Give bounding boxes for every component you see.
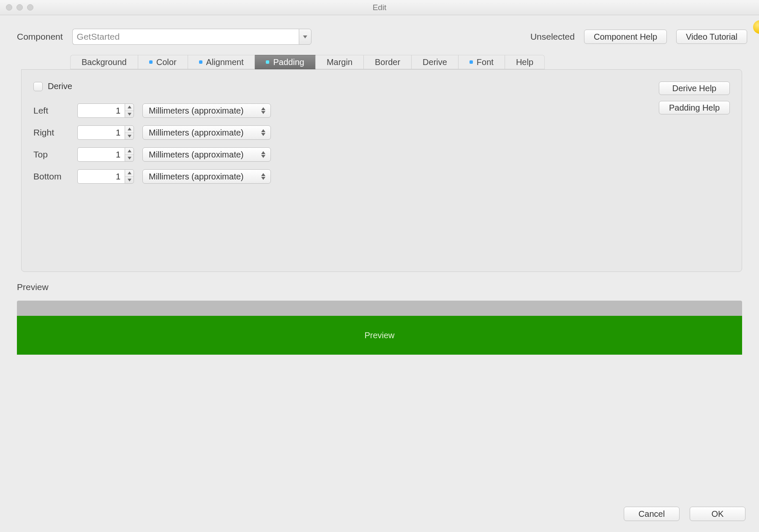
state-label: Unselected [530, 32, 575, 42]
padding-right-spinner[interactable] [77, 125, 135, 140]
select-value: Millimeters (approximate) [149, 106, 244, 116]
modified-dot-icon [149, 60, 153, 64]
spinner-steps [125, 125, 134, 140]
svg-marker-0 [303, 35, 307, 38]
svg-marker-16 [261, 177, 265, 180]
padding-top-unit-select[interactable]: Millimeters (approximate) [142, 147, 271, 162]
padding-left-unit-select[interactable]: Millimeters (approximate) [142, 103, 271, 118]
select-arrows-icon [261, 151, 265, 158]
padding-right-label: Right [33, 128, 70, 138]
derive-help-button[interactable]: Derive Help [659, 81, 730, 95]
chevron-up-icon [128, 128, 131, 130]
derive-row: Derive [33, 81, 271, 91]
select-arrows-icon [261, 129, 265, 136]
spinner-down-button[interactable] [125, 111, 134, 118]
titlebar: Edit [0, 0, 759, 15]
tab-alignment[interactable]: Alignment [188, 55, 255, 69]
preview-section-label: Preview [17, 282, 742, 292]
padding-bottom-row: BottomMillimeters (approximate) [33, 168, 271, 185]
tab-color[interactable]: Color [138, 55, 188, 69]
chevron-down-icon [128, 157, 131, 160]
ok-button[interactable]: OK [690, 507, 745, 521]
padding-bottom-spinner[interactable] [77, 169, 135, 184]
tab-label: Background [82, 57, 127, 67]
svg-marker-2 [128, 113, 131, 115]
padding-bottom-input[interactable] [77, 169, 125, 184]
padding-top-label: Top [33, 149, 70, 160]
svg-marker-3 [261, 107, 265, 110]
component-input[interactable] [72, 29, 299, 45]
tab-label: Margin [327, 57, 352, 67]
spinner-steps [125, 147, 134, 162]
chevron-down-icon [128, 113, 131, 116]
tab-margin[interactable]: Margin [316, 55, 364, 69]
video-tutorial-button[interactable]: Video Tutorial [676, 30, 747, 44]
svg-marker-9 [128, 150, 131, 152]
padding-right-input[interactable] [77, 125, 125, 140]
svg-marker-8 [261, 133, 265, 136]
modified-dot-icon [199, 60, 202, 64]
padding-left-spinner[interactable] [77, 103, 135, 118]
modified-dot-icon [470, 60, 473, 64]
svg-marker-14 [128, 179, 131, 181]
svg-marker-10 [128, 157, 131, 159]
select-value: Millimeters (approximate) [149, 172, 244, 182]
derive-label: Derive [48, 81, 72, 91]
component-combobox[interactable] [72, 29, 311, 45]
tabstrip: BackgroundColorAlignmentPaddingMarginBor… [70, 55, 708, 69]
svg-marker-4 [261, 111, 265, 114]
spinner-down-button[interactable] [125, 155, 134, 162]
window-controls [6, 4, 33, 11]
padding-help-button[interactable]: Padding Help [659, 101, 730, 114]
tab-border[interactable]: Border [364, 55, 412, 69]
padding-bottom-unit-select[interactable]: Millimeters (approximate) [142, 169, 271, 184]
derive-checkbox[interactable] [33, 82, 43, 91]
select-value: Millimeters (approximate) [149, 128, 244, 138]
svg-marker-13 [128, 172, 131, 174]
window-title: Edit [0, 0, 759, 15]
spinner-up-button[interactable] [125, 126, 134, 133]
traffic-light-zoom-icon[interactable] [27, 4, 33, 11]
tab-font[interactable]: Font [459, 55, 505, 69]
chevron-up-icon [128, 106, 131, 109]
padding-right-unit-select[interactable]: Millimeters (approximate) [142, 125, 271, 140]
traffic-light-minimize-icon[interactable] [16, 4, 23, 11]
spinner-up-button[interactable] [125, 104, 134, 111]
spinner-down-button[interactable] [125, 177, 134, 184]
spinner-up-button[interactable] [125, 148, 134, 155]
tab-label: Padding [273, 57, 304, 67]
padding-right-row: RightMillimeters (approximate) [33, 124, 271, 141]
tab-label: Font [477, 57, 494, 67]
padding-top-row: TopMillimeters (approximate) [33, 146, 271, 163]
svg-marker-5 [128, 128, 131, 130]
svg-marker-12 [261, 155, 265, 158]
tab-help[interactable]: Help [505, 55, 545, 69]
preview-frame: Preview [17, 301, 742, 355]
select-arrows-icon [261, 173, 265, 180]
component-dropdown-button[interactable] [299, 29, 311, 45]
spinner-up-button[interactable] [125, 170, 134, 177]
chevron-down-icon [303, 35, 308, 39]
component-help-button[interactable]: Component Help [584, 30, 667, 44]
spinner-steps [125, 103, 134, 118]
padding-bottom-label: Bottom [33, 171, 70, 182]
preview-tile[interactable]: Preview [17, 316, 742, 355]
padding-left-row: LeftMillimeters (approximate) [33, 102, 271, 119]
tab-label: Color [156, 57, 177, 67]
preview-gray-background [17, 301, 742, 316]
padding-top-spinner[interactable] [77, 147, 135, 162]
tab-padding[interactable]: Padding [255, 55, 315, 69]
svg-marker-7 [261, 129, 265, 132]
dialog-buttons: Cancel OK [624, 507, 745, 521]
padding-left-input[interactable] [77, 103, 125, 118]
top-row: Component Unselected Component Help Vide… [0, 15, 759, 55]
padding-top-input[interactable] [77, 147, 125, 162]
traffic-light-close-icon[interactable] [6, 4, 12, 11]
tab-label: Border [375, 57, 400, 67]
cancel-button[interactable]: Cancel [624, 507, 680, 521]
tab-background[interactable]: Background [70, 55, 138, 69]
tab-derive[interactable]: Derive [412, 55, 459, 69]
select-value: Millimeters (approximate) [149, 150, 244, 160]
component-label: Component [17, 32, 63, 42]
spinner-down-button[interactable] [125, 133, 134, 140]
